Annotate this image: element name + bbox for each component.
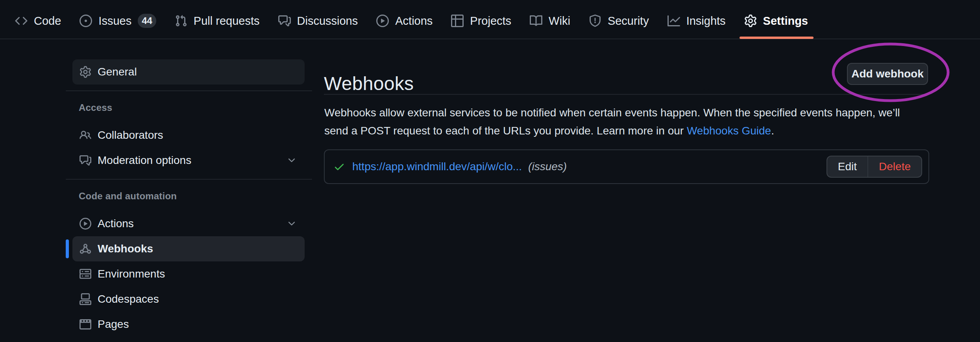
sidebar-item-pages[interactable]: Pages (72, 312, 305, 337)
tab-label: Insights (686, 15, 726, 28)
tab-label: Wiki (549, 15, 570, 28)
webhooks-settings-panel: Webhooks Add webhook Webhooks allow exte… (324, 39, 929, 342)
settings-sidebar: General Access Collaborators Moderation … (66, 59, 312, 337)
play-icon (376, 15, 389, 27)
tab-label: Code (34, 15, 61, 28)
tab-settings[interactable]: Settings (744, 5, 808, 37)
sidebar-item-label: Environments (98, 268, 165, 280)
sidebar-item-label: Pages (98, 318, 129, 331)
people-icon (80, 129, 91, 141)
sidebar-divider (66, 179, 312, 180)
tab-projects[interactable]: Projects (451, 5, 511, 37)
tab-label: Settings (763, 15, 808, 28)
delete-webhook-button[interactable]: Delete (867, 156, 921, 177)
sidebar-item-label: Webhooks (98, 243, 153, 255)
description-line-1: Webhooks allow external services to be n… (324, 104, 930, 122)
sidebar-item-label: Actions (98, 217, 134, 230)
git-pull-request-icon (175, 15, 187, 27)
chevron-down-icon (287, 219, 297, 229)
tab-label: Projects (470, 15, 511, 28)
sidebar-item-label: Codespaces (98, 293, 159, 305)
webhook-list-item: https://app.windmill.dev/api/w/clo... (i… (324, 149, 929, 184)
sidebar-item-codespaces[interactable]: Codespaces (72, 287, 305, 312)
sidebar-divider (66, 90, 312, 91)
graph-icon (668, 15, 680, 27)
issue-opened-icon (80, 15, 92, 27)
webhooks-description: Webhooks allow external services to be n… (324, 104, 930, 140)
shield-icon (589, 15, 601, 27)
webhook-actions-group: Edit Delete (827, 156, 922, 178)
sidebar-item-moderation-options[interactable]: Moderation options (72, 148, 305, 173)
subhead-divider (324, 94, 929, 95)
active-tab-indicator (740, 37, 814, 39)
description-line-2: send a POST request to each of the URLs … (324, 122, 930, 140)
sidebar-item-webhooks[interactable]: Webhooks (72, 236, 305, 261)
comment-discussion-icon (278, 15, 291, 27)
issues-count-badge: 44 (138, 14, 156, 28)
repo-tab-bar: Code Issues 44 Pull requests Discussions… (0, 0, 980, 39)
edit-webhook-button[interactable]: Edit (827, 156, 867, 177)
webhook-url-link[interactable]: https://app.windmill.dev/api/w/clo... (352, 160, 522, 173)
webhook-events-label: (issues) (528, 160, 567, 173)
check-icon (333, 161, 345, 173)
sidebar-item-environments[interactable]: Environments (72, 261, 305, 287)
tab-actions[interactable]: Actions (376, 5, 433, 37)
sidebar-section-access: Access (79, 102, 312, 113)
comment-discussion-icon (80, 154, 91, 166)
tab-label: Discussions (297, 15, 358, 28)
tab-security[interactable]: Security (589, 5, 649, 37)
play-icon (80, 218, 91, 230)
sidebar-item-label: Moderation options (98, 154, 191, 167)
sidebar-item-collaborators[interactable]: Collaborators (72, 123, 305, 148)
sidebar-item-actions[interactable]: Actions (72, 211, 305, 236)
server-icon (80, 268, 91, 280)
tab-issues[interactable]: Issues 44 (80, 5, 156, 37)
tab-label: Pull requests (194, 15, 260, 28)
page-title: Webhooks (324, 72, 414, 95)
browser-icon (80, 318, 91, 330)
code-icon (15, 15, 28, 27)
gear-icon (80, 66, 91, 78)
tab-code[interactable]: Code (15, 5, 61, 37)
book-icon (530, 15, 542, 27)
tab-label: Issues (98, 15, 131, 28)
tab-label: Actions (395, 15, 433, 28)
tab-insights[interactable]: Insights (668, 5, 726, 37)
tab-discussions[interactable]: Discussions (278, 5, 358, 37)
table-icon (451, 15, 464, 27)
webhook-icon (80, 243, 91, 255)
sidebar-item-label: General (98, 66, 137, 78)
codespaces-icon (80, 293, 91, 305)
sidebar-item-label: Collaborators (98, 129, 163, 142)
sidebar-section-code-and-automation: Code and automation (79, 191, 312, 202)
sidebar-item-general[interactable]: General (72, 59, 305, 85)
tab-pull-requests[interactable]: Pull requests (175, 5, 260, 37)
tab-wiki[interactable]: Wiki (530, 5, 570, 37)
add-webhook-button[interactable]: Add webhook (847, 63, 928, 85)
chevron-down-icon (287, 155, 297, 165)
webhooks-guide-link[interactable]: Webhooks Guide (687, 125, 771, 137)
tab-label: Security (608, 15, 649, 28)
gear-icon (744, 15, 757, 27)
